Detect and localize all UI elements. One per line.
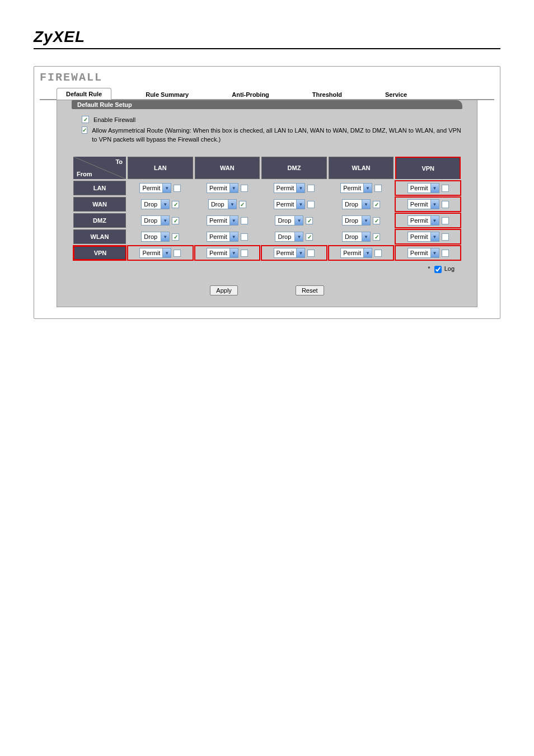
sel-vpn-dmz[interactable]: Permit▼ [274, 248, 306, 258]
tab-anti-probing[interactable]: Anti-Probing [223, 89, 278, 100]
chevron-down-icon: ▼ [296, 248, 305, 257]
chevron-down-icon: ▼ [228, 200, 236, 209]
chevron-down-icon: ▼ [162, 184, 171, 192]
sel-dmz-wlan[interactable]: Drop▼ [342, 215, 371, 226]
sel-wan-lan[interactable]: Drop▼ [141, 199, 170, 209]
col-head-lan: LAN [128, 157, 193, 179]
cb-lan-wlan[interactable] [374, 185, 382, 192]
chevron-down-icon: ▼ [363, 248, 372, 257]
cb-wlan-lan[interactable] [172, 233, 179, 241]
reset-button[interactable]: Reset [296, 285, 324, 295]
tab-service[interactable]: Service [376, 89, 416, 100]
chevron-down-icon: ▼ [294, 232, 303, 241]
apply-button[interactable]: Apply [210, 285, 238, 295]
matrix-corner: To From [73, 157, 126, 179]
tabs: Default Rule Rule Summary Anti-Probing T… [40, 87, 494, 100]
divider [34, 48, 500, 49]
asym-route-checkbox[interactable] [82, 126, 87, 134]
page-title: FIREWALL [40, 71, 494, 84]
chevron-down-icon: ▼ [362, 232, 370, 241]
tab-threshold[interactable]: Threshold [303, 89, 351, 100]
sel-lan-wlan[interactable]: Permit▼ [340, 183, 372, 193]
row-head-wlan: WLAN [73, 229, 126, 244]
chevron-down-icon: ▼ [161, 216, 169, 225]
sel-wlan-wan[interactable]: Permit▼ [207, 232, 238, 242]
sel-wlan-lan[interactable]: Drop▼ [141, 232, 170, 242]
tab-rule-summary[interactable]: Rule Summary [137, 89, 198, 100]
sel-wan-dmz[interactable]: Permit▼ [274, 199, 306, 209]
cb-wan-wlan[interactable] [373, 201, 380, 208]
sel-vpn-lan[interactable]: Permit▼ [139, 248, 171, 258]
sel-dmz-wan[interactable]: Permit▼ [207, 215, 238, 226]
sel-wan-vpn[interactable]: Permit▼ [407, 199, 439, 209]
chevron-down-icon: ▼ [161, 232, 169, 241]
sel-vpn-wan[interactable]: Permit▼ [207, 248, 238, 258]
log-checkbox[interactable] [434, 266, 442, 273]
cb-vpn-lan[interactable] [174, 250, 181, 257]
cb-vpn-vpn[interactable] [442, 250, 449, 257]
sel-wlan-dmz[interactable]: Drop▼ [275, 232, 303, 242]
chevron-down-icon: ▼ [430, 184, 439, 192]
log-label: Log [444, 265, 455, 272]
sel-vpn-wlan[interactable]: Permit▼ [340, 248, 372, 258]
chevron-down-icon: ▼ [362, 200, 370, 209]
sel-lan-wan[interactable]: Permit▼ [207, 183, 238, 193]
sel-wlan-vpn[interactable]: Permit▼ [407, 232, 439, 242]
enable-firewall-label: Enable Firewall [93, 116, 135, 124]
sel-wan-wlan[interactable]: Drop▼ [342, 199, 371, 209]
outer-panel: FIREWALL Default Rule Rule Summary Anti-… [34, 66, 500, 319]
chevron-down-icon: ▼ [294, 216, 303, 225]
cb-dmz-dmz[interactable] [306, 217, 313, 224]
sel-vpn-vpn[interactable]: Permit▼ [407, 248, 439, 258]
col-head-vpn: VPN [395, 157, 461, 179]
sel-lan-dmz[interactable]: Permit▼ [274, 183, 306, 193]
cb-wan-dmz[interactable] [307, 201, 315, 208]
row-head-vpn: VPN [73, 246, 126, 260]
cb-vpn-dmz[interactable] [307, 250, 315, 257]
cb-dmz-wlan[interactable] [373, 217, 380, 224]
sel-dmz-lan[interactable]: Drop▼ [141, 215, 170, 226]
sel-lan-vpn[interactable]: Permit▼ [407, 183, 439, 193]
col-head-wan: WAN [195, 157, 260, 179]
cb-wlan-dmz[interactable] [306, 233, 313, 241]
cb-lan-wan[interactable] [241, 185, 248, 192]
chevron-down-icon: ▼ [296, 184, 305, 192]
logo: ZyXEL [34, 28, 500, 46]
cb-wan-vpn[interactable] [442, 201, 449, 208]
cb-wlan-vpn[interactable] [442, 233, 449, 241]
sel-wlan-wlan[interactable]: Drop▼ [342, 232, 371, 242]
cb-dmz-lan[interactable] [172, 217, 179, 224]
cb-vpn-wlan[interactable] [374, 250, 382, 257]
cb-wan-lan[interactable] [172, 201, 179, 208]
enable-firewall-checkbox[interactable] [82, 116, 89, 123]
chevron-down-icon: ▼ [162, 248, 171, 257]
tab-default-rule[interactable]: Default Rule [57, 88, 111, 100]
cb-wlan-wlan[interactable] [373, 233, 380, 241]
sel-lan-lan[interactable]: Permit▼ [139, 183, 171, 193]
chevron-down-icon: ▼ [296, 200, 305, 209]
sel-wan-wan[interactable]: Drop▼ [208, 199, 237, 209]
col-head-wlan: WLAN [329, 157, 394, 179]
chevron-down-icon: ▼ [430, 248, 439, 257]
cb-lan-lan[interactable] [174, 185, 181, 192]
row-head-wan: WAN [73, 197, 126, 212]
chevron-down-icon: ▼ [362, 216, 370, 225]
cb-lan-dmz[interactable] [307, 185, 315, 192]
sel-dmz-vpn[interactable]: Permit▼ [407, 215, 439, 226]
chevron-down-icon: ▼ [430, 216, 439, 225]
cb-lan-vpn[interactable] [442, 185, 449, 192]
cb-vpn-wan[interactable] [241, 250, 248, 257]
row-head-dmz: DMZ [73, 213, 126, 228]
cb-wlan-wan[interactable] [241, 233, 248, 241]
inner-panel: Default Rule Setup Enable Firewall Allow… [57, 100, 477, 307]
cb-wan-wan[interactable] [239, 201, 246, 208]
cb-dmz-vpn[interactable] [442, 217, 449, 224]
log-prefix: * [428, 265, 430, 272]
col-head-dmz: DMZ [261, 157, 327, 179]
chevron-down-icon: ▼ [229, 248, 238, 257]
cb-dmz-wan[interactable] [241, 217, 248, 224]
sel-dmz-dmz[interactable]: Drop▼ [275, 215, 303, 226]
chevron-down-icon: ▼ [229, 184, 238, 192]
section-title: Default Rule Setup [72, 100, 462, 109]
corner-to-label: To [115, 158, 123, 165]
